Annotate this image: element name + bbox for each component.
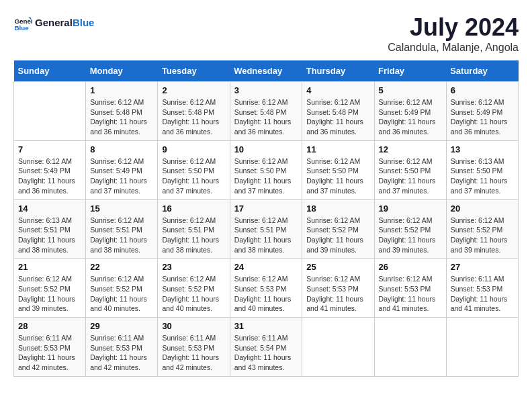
page-subtitle: Calandula, Malanje, Angola: [388, 42, 519, 54]
header-day-tuesday: Tuesday: [158, 60, 230, 82]
day-info: Sunrise: 6:12 AMSunset: 5:52 PMDaylight:…: [90, 274, 153, 314]
day-info: Sunrise: 6:13 AMSunset: 5:50 PMDaylight:…: [451, 156, 514, 196]
header-day-wednesday: Wednesday: [230, 60, 302, 82]
calendar-cell: 24Sunrise: 6:12 AMSunset: 5:53 PMDayligh…: [230, 259, 302, 318]
day-number: 2: [162, 85, 225, 95]
day-number: 30: [162, 321, 225, 331]
day-info: Sunrise: 6:12 AMSunset: 5:51 PMDaylight:…: [162, 216, 225, 255]
day-info: Sunrise: 6:12 AMSunset: 5:48 PMDaylight:…: [90, 97, 153, 137]
day-number: 23: [162, 262, 225, 272]
day-number: 19: [379, 203, 442, 214]
calendar-cell: 19Sunrise: 6:12 AMSunset: 5:52 PMDayligh…: [374, 199, 446, 259]
day-info: Sunrise: 6:12 AMSunset: 5:53 PMDaylight:…: [379, 274, 442, 314]
page-title: July 2024: [388, 13, 519, 42]
day-info: Sunrise: 6:12 AMSunset: 5:51 PMDaylight:…: [234, 216, 298, 255]
calendar-cell: 2Sunrise: 6:12 AMSunset: 5:48 PMDaylight…: [158, 82, 230, 141]
calendar-cell: 27Sunrise: 6:11 AMSunset: 5:53 PMDayligh…: [446, 259, 518, 318]
calendar-cell: 13Sunrise: 6:13 AMSunset: 5:50 PMDayligh…: [446, 140, 518, 199]
day-number: 27: [451, 262, 514, 272]
day-number: 18: [306, 203, 369, 214]
day-info: Sunrise: 6:12 AMSunset: 5:48 PMDaylight:…: [306, 97, 369, 137]
day-number: 16: [162, 203, 225, 214]
title-area: July 2024 Calandula, Malanje, Angola: [388, 13, 519, 54]
day-number: 20: [451, 203, 514, 214]
calendar-cell: 15Sunrise: 6:12 AMSunset: 5:51 PMDayligh…: [86, 199, 158, 259]
calendar-cell: 16Sunrise: 6:12 AMSunset: 5:51 PMDayligh…: [158, 199, 230, 259]
calendar-cell: [374, 318, 446, 377]
header-day-thursday: Thursday: [302, 60, 374, 82]
header-day-saturday: Saturday: [446, 60, 518, 82]
day-number: 21: [18, 262, 81, 272]
logo-general: General: [35, 17, 73, 28]
day-number: 12: [379, 144, 442, 154]
logo: General Blue GeneralBlue: [13, 13, 94, 32]
header-day-sunday: Sunday: [14, 60, 86, 82]
day-info: Sunrise: 6:12 AMSunset: 5:50 PMDaylight:…: [234, 156, 298, 196]
day-info: Sunrise: 6:11 AMSunset: 5:53 PMDaylight:…: [162, 333, 225, 373]
day-info: Sunrise: 6:12 AMSunset: 5:49 PMDaylight:…: [90, 156, 153, 196]
header-row: SundayMondayTuesdayWednesdayThursdayFrid…: [14, 60, 519, 82]
day-number: 8: [90, 144, 153, 154]
calendar-cell: 28Sunrise: 6:11 AMSunset: 5:53 PMDayligh…: [14, 318, 86, 377]
calendar-cell: 14Sunrise: 6:13 AMSunset: 5:51 PMDayligh…: [14, 199, 86, 259]
day-info: Sunrise: 6:12 AMSunset: 5:52 PMDaylight:…: [451, 216, 514, 255]
calendar-cell: 30Sunrise: 6:11 AMSunset: 5:53 PMDayligh…: [158, 318, 230, 377]
day-info: Sunrise: 6:12 AMSunset: 5:53 PMDaylight:…: [234, 274, 298, 314]
day-number: 11: [306, 144, 369, 154]
week-row-1: 7Sunrise: 6:12 AMSunset: 5:49 PMDaylight…: [14, 140, 519, 199]
day-number: 26: [379, 262, 442, 272]
calendar-header: SundayMondayTuesdayWednesdayThursdayFrid…: [14, 60, 519, 82]
calendar-cell: [446, 318, 518, 377]
day-number: 9: [162, 144, 225, 154]
day-info: Sunrise: 6:12 AMSunset: 5:49 PMDaylight:…: [379, 97, 442, 137]
calendar-cell: 9Sunrise: 6:12 AMSunset: 5:50 PMDaylight…: [158, 140, 230, 199]
day-info: Sunrise: 6:13 AMSunset: 5:51 PMDaylight:…: [18, 216, 81, 255]
day-number: 13: [451, 144, 514, 154]
day-number: 17: [234, 203, 298, 214]
calendar-cell: 11Sunrise: 6:12 AMSunset: 5:50 PMDayligh…: [302, 140, 374, 199]
header-day-friday: Friday: [374, 60, 446, 82]
calendar-cell: 31Sunrise: 6:11 AMSunset: 5:54 PMDayligh…: [230, 318, 302, 377]
day-info: Sunrise: 6:12 AMSunset: 5:50 PMDaylight:…: [379, 156, 442, 196]
day-info: Sunrise: 6:12 AMSunset: 5:51 PMDaylight:…: [90, 216, 153, 255]
day-number: 4: [306, 85, 369, 95]
day-info: Sunrise: 6:12 AMSunset: 5:52 PMDaylight:…: [379, 216, 442, 255]
calendar-cell: 6Sunrise: 6:12 AMSunset: 5:49 PMDaylight…: [446, 82, 518, 141]
day-number: 14: [18, 203, 81, 214]
day-info: Sunrise: 6:12 AMSunset: 5:52 PMDaylight:…: [162, 274, 225, 314]
week-row-3: 21Sunrise: 6:12 AMSunset: 5:52 PMDayligh…: [14, 259, 519, 318]
calendar-cell: 29Sunrise: 6:11 AMSunset: 5:53 PMDayligh…: [86, 318, 158, 377]
day-info: Sunrise: 6:11 AMSunset: 5:53 PMDaylight:…: [451, 274, 514, 314]
week-row-2: 14Sunrise: 6:13 AMSunset: 5:51 PMDayligh…: [14, 199, 519, 259]
day-info: Sunrise: 6:11 AMSunset: 5:53 PMDaylight:…: [90, 333, 153, 373]
day-number: 5: [379, 85, 442, 95]
day-number: 22: [90, 262, 153, 272]
calendar-cell: 22Sunrise: 6:12 AMSunset: 5:52 PMDayligh…: [86, 259, 158, 318]
calendar-cell: 5Sunrise: 6:12 AMSunset: 5:49 PMDaylight…: [374, 82, 446, 141]
calendar-cell: 12Sunrise: 6:12 AMSunset: 5:50 PMDayligh…: [374, 140, 446, 199]
day-info: Sunrise: 6:11 AMSunset: 5:53 PMDaylight:…: [18, 333, 81, 373]
calendar-cell: 1Sunrise: 6:12 AMSunset: 5:48 PMDaylight…: [86, 82, 158, 141]
calendar-cell: 21Sunrise: 6:12 AMSunset: 5:52 PMDayligh…: [14, 259, 86, 318]
calendar-cell: 20Sunrise: 6:12 AMSunset: 5:52 PMDayligh…: [446, 199, 518, 259]
day-number: 10: [234, 144, 298, 154]
calendar-cell: 23Sunrise: 6:12 AMSunset: 5:52 PMDayligh…: [158, 259, 230, 318]
day-number: 29: [90, 321, 153, 331]
calendar-cell: 10Sunrise: 6:12 AMSunset: 5:50 PMDayligh…: [230, 140, 302, 199]
day-info: Sunrise: 6:12 AMSunset: 5:48 PMDaylight:…: [234, 97, 298, 137]
calendar-cell: [302, 318, 374, 377]
logo-blue: Blue: [73, 17, 95, 28]
calendar-cell: 17Sunrise: 6:12 AMSunset: 5:51 PMDayligh…: [230, 199, 302, 259]
calendar-cell: 25Sunrise: 6:12 AMSunset: 5:53 PMDayligh…: [302, 259, 374, 318]
header: General Blue GeneralBlue July 2024 Calan…: [13, 13, 519, 54]
svg-text:Blue: Blue: [14, 24, 29, 32]
day-number: 15: [90, 203, 153, 214]
day-number: 7: [18, 144, 81, 154]
calendar-cell: 3Sunrise: 6:12 AMSunset: 5:48 PMDaylight…: [230, 82, 302, 141]
day-info: Sunrise: 6:12 AMSunset: 5:52 PMDaylight:…: [306, 216, 369, 255]
calendar-cell: 18Sunrise: 6:12 AMSunset: 5:52 PMDayligh…: [302, 199, 374, 259]
week-row-0: 1Sunrise: 6:12 AMSunset: 5:48 PMDaylight…: [14, 82, 519, 141]
day-number: 25: [306, 262, 369, 272]
day-number: 3: [234, 85, 298, 95]
day-info: Sunrise: 6:12 AMSunset: 5:53 PMDaylight:…: [306, 274, 369, 314]
